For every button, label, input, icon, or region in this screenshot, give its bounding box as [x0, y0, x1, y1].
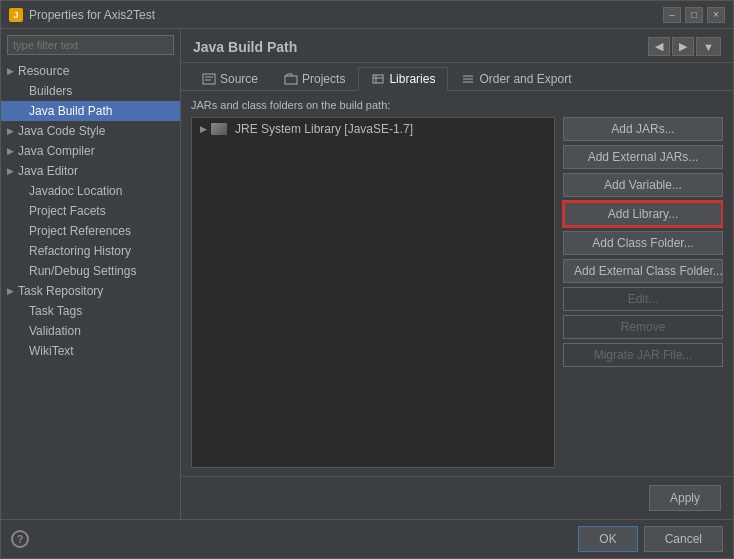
page-title: Java Build Path [193, 39, 297, 55]
sidebar-item-project-facets[interactable]: Project Facets [1, 201, 180, 221]
order-tab-icon [461, 72, 475, 86]
sidebar-item-task-repository[interactable]: ▶ Task Repository [1, 281, 180, 301]
svg-rect-0 [203, 74, 215, 84]
remove-button[interactable]: Remove [563, 315, 723, 339]
sidebar-item-label: Validation [29, 324, 81, 338]
sidebar-item-label: Builders [29, 84, 72, 98]
tab-projects[interactable]: Projects [271, 67, 358, 90]
sidebar-item-label: Task Repository [18, 284, 103, 298]
panel-description: JARs and class folders on the build path… [191, 99, 723, 111]
title-bar: J Properties for Axis2Test – □ × [1, 1, 733, 29]
properties-window: J Properties for Axis2Test – □ × ▶ Resou… [0, 0, 734, 559]
tree-panel[interactable]: ▶ JRE System Library [JavaSE-1.7] [191, 117, 555, 468]
tree-item-jre[interactable]: ▶ JRE System Library [JavaSE-1.7] [192, 118, 554, 140]
tab-source[interactable]: Source [189, 67, 271, 90]
nav-back-button[interactable]: ◀ [648, 37, 670, 56]
sidebar-item-java-editor[interactable]: ▶ Java Editor [1, 161, 180, 181]
sidebar-item-wikitext[interactable]: WikiText [1, 341, 180, 361]
add-library-button[interactable]: Add Library... [563, 201, 723, 227]
tab-order-export[interactable]: Order and Export [448, 67, 584, 90]
migrate-jar-button[interactable]: Migrate JAR File... [563, 343, 723, 367]
expand-arrow-icon: ▶ [7, 66, 14, 76]
sidebar-item-refactoring[interactable]: Refactoring History [1, 241, 180, 261]
projects-tab-icon [284, 72, 298, 86]
close-button[interactable]: × [707, 7, 725, 23]
window-title: Properties for Axis2Test [29, 8, 155, 22]
tabs-bar: Source Projects Libraries [181, 63, 733, 91]
sidebar-item-java-compiler[interactable]: ▶ Java Compiler [1, 141, 180, 161]
sidebar-item-label: Javadoc Location [29, 184, 122, 198]
jre-icon [211, 123, 227, 135]
sidebar-item-label: WikiText [29, 344, 74, 358]
filter-box [7, 35, 174, 55]
svg-rect-3 [285, 76, 297, 84]
add-variable-button[interactable]: Add Variable... [563, 173, 723, 197]
sidebar-item-label: Run/Debug Settings [29, 264, 136, 278]
cancel-button[interactable]: Cancel [644, 526, 723, 552]
main-content: ▶ Resource Builders Java Build Path ▶ Ja… [1, 29, 733, 519]
libraries-tab-icon [371, 72, 385, 86]
expand-arrow-icon: ▶ [7, 146, 14, 156]
nav-menu-button[interactable]: ▼ [696, 37, 721, 56]
edit-button[interactable]: Edit... [563, 287, 723, 311]
sidebar-item-label: Refactoring History [29, 244, 131, 258]
build-area: ▶ JRE System Library [JavaSE-1.7] Add JA… [191, 117, 723, 468]
add-jars-button[interactable]: Add JARs... [563, 117, 723, 141]
window-icon: J [9, 8, 23, 22]
sidebar-item-builders[interactable]: Builders [1, 81, 180, 101]
sidebar-item-label: Task Tags [29, 304, 82, 318]
tab-order-label: Order and Export [479, 72, 571, 86]
tab-libraries[interactable]: Libraries [358, 67, 448, 91]
maximize-button[interactable]: □ [685, 7, 703, 23]
tab-source-label: Source [220, 72, 258, 86]
apply-bar: Apply [181, 476, 733, 519]
title-buttons: – □ × [663, 7, 725, 23]
footer: ? OK Cancel [1, 519, 733, 558]
panel-content: JARs and class folders on the build path… [181, 91, 733, 476]
nav-arrows: ◀ ▶ ▼ [648, 37, 721, 56]
add-class-folder-button[interactable]: Add Class Folder... [563, 231, 723, 255]
sidebar-item-label: Project References [29, 224, 131, 238]
apply-button[interactable]: Apply [649, 485, 721, 511]
title-bar-left: J Properties for Axis2Test [9, 8, 155, 22]
nav-forward-button[interactable]: ▶ [672, 37, 694, 56]
sidebar-item-label: Java Compiler [18, 144, 95, 158]
sidebar-item-javadoc[interactable]: Javadoc Location [1, 181, 180, 201]
filter-input[interactable] [7, 35, 174, 55]
sidebar-item-label: Java Build Path [29, 104, 112, 118]
expand-arrow-icon: ▶ [7, 166, 14, 176]
svg-rect-4 [373, 75, 383, 83]
tab-projects-label: Projects [302, 72, 345, 86]
sidebar-item-label: Java Code Style [18, 124, 105, 138]
sidebar-item-validation[interactable]: Validation [1, 321, 180, 341]
sidebar-item-run-debug[interactable]: Run/Debug Settings [1, 261, 180, 281]
help-icon[interactable]: ? [11, 530, 29, 548]
sidebar-item-java-build-path[interactable]: Java Build Path [1, 101, 180, 121]
main-area: Java Build Path ◀ ▶ ▼ Source [181, 29, 733, 519]
tree-item-label: JRE System Library [JavaSE-1.7] [235, 122, 413, 136]
add-external-jars-button[interactable]: Add External JARs... [563, 145, 723, 169]
tree-expand-icon: ▶ [200, 124, 207, 134]
action-buttons: Add JARs... Add External JARs... Add Var… [563, 117, 723, 468]
sidebar-item-label: Resource [18, 64, 69, 78]
ok-button[interactable]: OK [578, 526, 637, 552]
sidebar-item-resource[interactable]: ▶ Resource [1, 61, 180, 81]
sidebar-item-java-code-style[interactable]: ▶ Java Code Style [1, 121, 180, 141]
main-header: Java Build Path ◀ ▶ ▼ [181, 29, 733, 63]
footer-buttons: OK Cancel [578, 526, 723, 552]
sidebar-item-project-references[interactable]: Project References [1, 221, 180, 241]
minimize-button[interactable]: – [663, 7, 681, 23]
add-external-class-folder-button[interactable]: Add External Class Folder... [563, 259, 723, 283]
sidebar: ▶ Resource Builders Java Build Path ▶ Ja… [1, 29, 181, 519]
sidebar-item-label: Java Editor [18, 164, 78, 178]
sidebar-item-label: Project Facets [29, 204, 106, 218]
tab-libraries-label: Libraries [389, 72, 435, 86]
expand-arrow-icon: ▶ [7, 286, 14, 296]
expand-arrow-icon: ▶ [7, 126, 14, 136]
source-tab-icon [202, 72, 216, 86]
sidebar-item-task-tags[interactable]: Task Tags [1, 301, 180, 321]
